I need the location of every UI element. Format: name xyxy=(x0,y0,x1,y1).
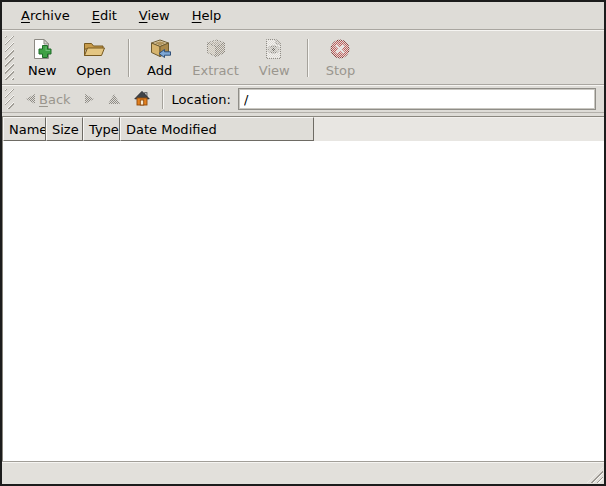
archive-manager-window: Archive Edit View Help New xyxy=(0,0,606,486)
stop-icon xyxy=(328,37,352,61)
forward-button xyxy=(78,91,101,107)
column-header-date-modified[interactable]: Date Modified xyxy=(120,117,314,141)
menu-help[interactable]: Help xyxy=(181,2,233,29)
open-archive-icon xyxy=(82,37,106,61)
column-header-name[interactable]: Name xyxy=(3,117,46,141)
menu-edit-label: Edit xyxy=(92,8,117,23)
open-button-label: Open xyxy=(76,63,111,78)
forward-arrow-icon xyxy=(85,94,94,104)
file-list-pane: Name Size Type Date Modified xyxy=(2,116,604,461)
add-button[interactable]: Add xyxy=(137,33,182,82)
home-icon xyxy=(134,90,150,109)
location-bar: Back Location: xyxy=(2,85,604,113)
location-label: Location: xyxy=(172,92,231,107)
extract-button: Extract xyxy=(182,33,249,82)
status-bar xyxy=(2,461,604,484)
back-button: Back xyxy=(19,89,78,110)
toolbar-separator xyxy=(128,39,130,77)
up-arrow-icon xyxy=(108,94,120,104)
menu-bar: Archive Edit View Help xyxy=(2,2,604,30)
toolbar-separator xyxy=(307,39,309,77)
stop-button: Stop xyxy=(316,33,366,82)
new-archive-icon xyxy=(30,37,54,61)
back-button-label: Back xyxy=(39,92,71,107)
location-bar-separator xyxy=(162,89,164,109)
up-button xyxy=(101,91,127,107)
view-file-icon xyxy=(262,37,286,61)
home-button[interactable] xyxy=(127,87,157,112)
stop-button-label: Stop xyxy=(326,63,356,78)
new-button[interactable]: New xyxy=(18,33,66,82)
menu-archive[interactable]: Archive xyxy=(10,2,81,29)
toolbar-grip-handle[interactable] xyxy=(5,36,14,80)
back-arrow-icon xyxy=(26,94,35,104)
file-list-area[interactable] xyxy=(3,141,604,461)
location-bar-grip-handle[interactable] xyxy=(5,89,14,109)
menu-view-label: View xyxy=(139,8,170,23)
column-header-filler xyxy=(314,117,604,141)
menu-archive-label: Archive xyxy=(21,8,70,23)
location-input[interactable] xyxy=(238,88,596,110)
extract-icon xyxy=(204,37,228,61)
new-button-label: New xyxy=(28,63,56,78)
extract-button-label: Extract xyxy=(192,63,239,78)
resize-grip[interactable] xyxy=(587,467,603,483)
column-header-size[interactable]: Size xyxy=(46,117,83,141)
add-button-label: Add xyxy=(147,63,172,78)
file-list-header-row: Name Size Type Date Modified xyxy=(3,117,604,141)
view-button: View xyxy=(249,33,300,82)
open-button[interactable]: Open xyxy=(66,33,121,82)
menu-view[interactable]: View xyxy=(128,2,181,29)
add-files-icon xyxy=(148,37,172,61)
menu-edit[interactable]: Edit xyxy=(81,2,128,29)
main-toolbar: New Open Add xyxy=(2,30,604,85)
view-button-label: View xyxy=(259,63,290,78)
column-header-type[interactable]: Type xyxy=(83,117,120,141)
menu-help-label: Help xyxy=(192,8,222,23)
